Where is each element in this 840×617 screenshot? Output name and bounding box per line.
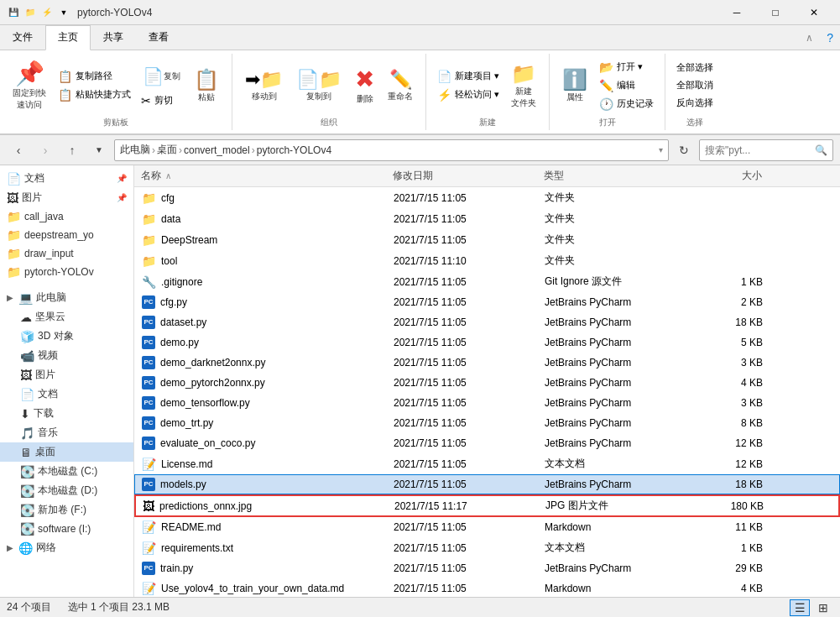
paste-button[interactable]: 📋 粘贴 [188,64,225,107]
header-size[interactable]: 大小 [678,169,762,183]
sidebar-item-f[interactable]: 💽 新加卷 (F:) [0,500,133,520]
organize-label: 组织 [321,117,337,128]
sidebar-item-desktop[interactable]: 🖥 桌面 [0,442,133,462]
cut-button[interactable]: ✂ 剪切 [137,92,186,109]
select-all-button[interactable]: 全部选择 [672,60,717,76]
table-row[interactable]: 🔧 .gitignore 2021/7/15 11:05 Git Ignore … [134,271,840,292]
path-desktop[interactable]: 桌面 [157,143,177,157]
edit-button[interactable]: ✏️ 编辑 [595,77,658,94]
sidebar-item-music[interactable]: 🎵 音乐 [0,423,133,442]
paste-shortcut-button[interactable]: 📋 粘贴快捷方式 [54,86,135,103]
header-date[interactable]: 修改日期 [393,169,544,183]
new-folder-button[interactable]: 📁 新建文件夹 [505,58,542,113]
sidebar-item-i[interactable]: 💽 software (I:) [0,520,133,538]
open-button[interactable]: 📂 打开 ▾ [595,59,658,76]
sidebar-item-documents[interactable]: 📄 文档 📌 [0,169,133,188]
table-row[interactable]: PC cfg.py 2021/7/15 11:05 JetBrains PyCh… [134,292,840,312]
properties-button[interactable]: ℹ️ 属性 [556,64,593,107]
file-type: JPG 图片文件 [545,499,680,513]
file-size: 12 KB [679,458,763,470]
table-row[interactable]: PC demo_tensorflow.py 2021/7/15 11:05 Je… [134,393,840,413]
sidebar-item-label: software (I:) [38,523,91,535]
copy-to-button[interactable]: 📄📁 复制到 [290,65,347,107]
tab-view[interactable]: 查看 [136,25,181,50]
sidebar-item-d[interactable]: 💽 本地磁盘 (D:) [0,481,133,500]
sidebar-item-computer[interactable]: ▶ 💻 此电脑 [0,288,133,307]
video-icon: 📹 [20,349,34,363]
table-row[interactable]: 📝 requirements.txt 2021/7/15 11:05 文本文档 … [134,537,840,558]
sidebar-item-drawinput[interactable]: 📁 draw_input [0,244,133,263]
downloads-icon: ⬇ [20,407,30,421]
sidebar-item-deepstream[interactable]: 📁 deepstream_yo [0,226,133,244]
edit-icon: ✏️ [599,79,613,92]
grid-view-button[interactable]: ⊞ [813,599,833,616]
minimize-button[interactable]: ─ [717,0,756,25]
sidebar-item-pytorch[interactable]: 📁 pytorch-YOLOv [0,263,133,281]
sidebar-item-images[interactable]: 🖼 图片 [0,365,133,384]
sidebar-item-video[interactable]: 📹 视频 [0,346,133,365]
forward-button[interactable]: › [34,139,57,161]
file-name: PC demo_trt.py [142,416,394,430]
file-name: 📁 data [142,212,394,226]
table-row[interactable]: PC evaluate_on_coco.py 2021/7/15 11:05 J… [134,433,840,453]
dropdown-icon[interactable]: ▼ [57,6,70,19]
back-button[interactable]: ‹ [7,139,30,161]
path-computer[interactable]: 此电脑 [120,143,150,157]
table-row[interactable]: 📁 cfg 2021/7/15 11:05 文件夹 [134,187,840,208]
easy-access-button[interactable]: ⚡ 轻松访问 ▾ [433,86,503,103]
pin-button[interactable]: 📌 固定到快速访问 [7,55,52,115]
refresh-button[interactable]: ↻ [672,139,696,161]
table-row[interactable]: PC train.py 2021/7/15 11:05 JetBrains Py… [134,558,840,578]
new-item-button[interactable]: 📄 新建项目 ▾ [433,68,503,85]
sidebar-item-network[interactable]: ▶ 🌐 网络 [0,538,133,557]
table-row[interactable]: PC dataset.py 2021/7/15 11:05 JetBrains … [134,312,840,332]
history-button[interactable]: 🕐 历史记录 [595,96,658,112]
table-row[interactable]: 📁 tool 2021/7/15 11:10 文件夹 [134,250,840,271]
sidebar-item-label: draw_input [24,248,74,259]
table-row[interactable]: PC models.py 2021/7/15 11:05 JetBrains P… [134,474,840,494]
path-convert[interactable]: convert_model [184,144,250,156]
table-row[interactable]: 📁 DeepStream 2021/7/15 11:05 文件夹 [134,229,840,250]
tab-home[interactable]: 主页 [45,25,91,50]
search-input[interactable] [705,144,811,156]
maximize-button[interactable]: □ [756,0,795,25]
table-row[interactable]: PC demo_pytorch2onnx.py 2021/7/15 11:05 … [134,373,840,393]
up-button[interactable]: ↑ [60,139,84,161]
sidebar-item-c[interactable]: 💽 本地磁盘 (C:) [0,462,133,481]
copy-path-button[interactable]: 📋 复制路径 [54,68,135,85]
table-row[interactable]: PC demo_trt.py 2021/7/15 11:05 JetBrains… [134,413,840,433]
file-date: 2021/7/15 11:05 [394,397,545,409]
address-path[interactable]: 此电脑 › 桌面 › convert_model › pytorch-YOLOv… [114,139,669,161]
table-row[interactable]: 🖼 predictions_onnx.jpg 2021/7/15 11:17 J… [134,494,840,517]
sidebar-item-3d[interactable]: 🧊 3D 对象 [0,327,133,346]
copy-button[interactable]: 📄 复制 [137,62,186,91]
file-date: 2021/7/15 11:05 [394,377,545,389]
table-row[interactable]: PC demo_darknet2onnx.py 2021/7/15 11:05 … [134,353,840,373]
sidebar-item-downloads[interactable]: ⬇ 下载 [0,404,133,423]
table-row[interactable]: 📝 License.md 2021/7/15 11:05 文本文档 12 KB [134,453,840,474]
list-view-button[interactable]: ☰ [790,599,810,616]
table-row[interactable]: 📁 data 2021/7/15 11:05 文件夹 [134,208,840,229]
sidebar-item-nutstore[interactable]: ☁ 坚果云 [0,307,133,327]
close-button[interactable]: ✕ [795,0,833,25]
delete-button[interactable]: ✖ 删除 [349,61,380,109]
move-to-button[interactable]: ➡📁 移动到 [239,65,289,107]
tab-file[interactable]: 文件 [0,25,45,50]
rename-button[interactable]: ✏️ 重命名 [382,65,419,107]
tab-share[interactable]: 共享 [91,25,136,50]
file-type: 文件夹 [545,254,679,268]
recent-button[interactable]: ▼ [87,139,111,161]
open-buttons: ℹ️ 属性 📂 打开 ▾ ✏️ 编辑 🕐 历史记录 [556,55,658,115]
sidebar-item-docs[interactable]: 📄 文档 [0,384,133,404]
invert-button[interactable]: 反向选择 [672,95,717,111]
select-none-button[interactable]: 全部取消 [672,77,717,93]
table-row[interactable]: PC demo.py 2021/7/15 11:05 JetBrains PyC… [134,332,840,353]
file-type: JetBrains PyCharm [545,316,679,328]
table-row[interactable]: 📝 Use_yolov4_to_train_your_own_data.md 2… [134,578,840,597]
header-type[interactable]: 类型 [544,169,678,183]
sidebar-item-calljava[interactable]: 📁 call_java [0,207,133,226]
path-project[interactable]: pytorch-YOLOv4 [257,144,331,156]
sidebar-item-pictures[interactable]: 🖼 图片 📌 [0,188,133,207]
table-row[interactable]: 📝 README.md 2021/7/15 11:05 Markdown 11 … [134,517,840,537]
header-name[interactable]: 名称 ∧ [141,169,393,183]
